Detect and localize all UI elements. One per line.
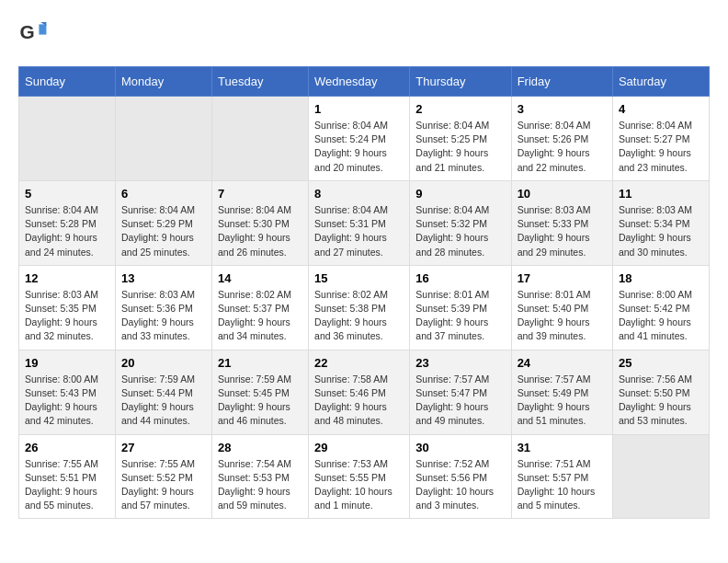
calendar-table: SundayMondayTuesdayWednesdayThursdayFrid… <box>18 66 710 519</box>
calendar-cell: 8Sunrise: 8:04 AM Sunset: 5:31 PM Daylig… <box>309 180 410 265</box>
calendar-week-4: 19Sunrise: 8:00 AM Sunset: 5:43 PM Dayli… <box>19 350 710 434</box>
calendar-cell: 30Sunrise: 7:52 AM Sunset: 5:56 PM Dayli… <box>410 434 511 519</box>
day-number: 30 <box>415 441 505 454</box>
calendar-cell: 2Sunrise: 8:04 AM Sunset: 5:25 PM Daylig… <box>410 97 511 181</box>
calendar-cell: 24Sunrise: 7:57 AM Sunset: 5:49 PM Dayli… <box>511 350 612 434</box>
calendar-cell: 14Sunrise: 8:02 AM Sunset: 5:37 PM Dayli… <box>212 265 309 350</box>
day-info: Sunrise: 7:55 AM Sunset: 5:52 PM Dayligh… <box>121 457 206 513</box>
day-number: 5 <box>25 187 109 201</box>
day-info: Sunrise: 7:53 AM Sunset: 5:55 PM Dayligh… <box>314 457 404 513</box>
svg-marker-1 <box>39 24 46 34</box>
calendar-cell: 27Sunrise: 7:55 AM Sunset: 5:52 PM Dayli… <box>116 434 212 519</box>
calendar-cell: 22Sunrise: 7:58 AM Sunset: 5:46 PM Dayli… <box>309 350 410 434</box>
day-number: 28 <box>218 441 302 454</box>
day-info: Sunrise: 8:04 AM Sunset: 5:28 PM Dayligh… <box>25 203 109 259</box>
day-number: 3 <box>518 102 607 116</box>
day-number: 16 <box>415 271 505 285</box>
day-info: Sunrise: 8:04 AM Sunset: 5:24 PM Dayligh… <box>314 119 404 175</box>
day-number: 26 <box>25 441 109 454</box>
calendar-cell: 16Sunrise: 8:01 AM Sunset: 5:39 PM Dayli… <box>410 265 511 350</box>
day-number: 29 <box>314 441 404 454</box>
day-info: Sunrise: 7:57 AM Sunset: 5:49 PM Dayligh… <box>518 373 607 429</box>
calendar-cell: 31Sunrise: 7:51 AM Sunset: 5:57 PM Dayli… <box>511 434 612 519</box>
day-info: Sunrise: 7:56 AM Sunset: 5:50 PM Dayligh… <box>619 373 703 429</box>
day-info: Sunrise: 7:58 AM Sunset: 5:46 PM Dayligh… <box>314 373 404 429</box>
day-info: Sunrise: 8:04 AM Sunset: 5:31 PM Dayligh… <box>314 203 404 259</box>
day-number: 14 <box>218 271 302 285</box>
day-number: 18 <box>619 271 703 285</box>
calendar-cell: 7Sunrise: 8:04 AM Sunset: 5:30 PM Daylig… <box>212 180 309 265</box>
day-info: Sunrise: 8:03 AM Sunset: 5:33 PM Dayligh… <box>518 203 607 259</box>
day-number: 8 <box>314 187 404 201</box>
day-number: 10 <box>518 187 607 201</box>
calendar-week-5: 26Sunrise: 7:55 AM Sunset: 5:51 PM Dayli… <box>19 434 710 519</box>
header-monday: Monday <box>116 67 212 97</box>
calendar-cell: 11Sunrise: 8:03 AM Sunset: 5:34 PM Dayli… <box>612 180 709 265</box>
header-wednesday: Wednesday <box>309 67 410 97</box>
calendar-cell: 15Sunrise: 8:02 AM Sunset: 5:38 PM Dayli… <box>309 265 410 350</box>
day-number: 31 <box>518 441 607 454</box>
day-number: 19 <box>25 356 109 370</box>
day-info: Sunrise: 7:59 AM Sunset: 5:44 PM Dayligh… <box>121 373 206 429</box>
calendar-cell: 21Sunrise: 7:59 AM Sunset: 5:45 PM Dayli… <box>212 350 309 434</box>
day-number: 12 <box>25 271 109 285</box>
day-number: 22 <box>314 356 404 370</box>
day-info: Sunrise: 7:59 AM Sunset: 5:45 PM Dayligh… <box>218 373 302 429</box>
day-number: 9 <box>415 187 505 201</box>
calendar-cell: 3Sunrise: 8:04 AM Sunset: 5:26 PM Daylig… <box>511 97 612 181</box>
day-number: 13 <box>121 271 206 285</box>
calendar-cell: 5Sunrise: 8:04 AM Sunset: 5:28 PM Daylig… <box>19 180 116 265</box>
day-info: Sunrise: 7:57 AM Sunset: 5:47 PM Dayligh… <box>415 373 505 429</box>
calendar-cell: 25Sunrise: 7:56 AM Sunset: 5:50 PM Dayli… <box>612 350 709 434</box>
calendar-week-1: 1Sunrise: 8:04 AM Sunset: 5:24 PM Daylig… <box>19 97 710 181</box>
day-number: 6 <box>121 187 206 201</box>
day-info: Sunrise: 7:52 AM Sunset: 5:56 PM Dayligh… <box>415 457 505 513</box>
logo: G <box>18 18 53 52</box>
calendar-cell <box>19 97 116 181</box>
day-info: Sunrise: 8:04 AM Sunset: 5:25 PM Dayligh… <box>415 119 505 175</box>
calendar-cell: 18Sunrise: 8:00 AM Sunset: 5:42 PM Dayli… <box>612 265 709 350</box>
calendar-cell: 28Sunrise: 7:54 AM Sunset: 5:53 PM Dayli… <box>212 434 309 519</box>
calendar-week-3: 12Sunrise: 8:03 AM Sunset: 5:35 PM Dayli… <box>19 265 710 350</box>
calendar-cell: 1Sunrise: 8:04 AM Sunset: 5:24 PM Daylig… <box>309 97 410 181</box>
day-info: Sunrise: 7:54 AM Sunset: 5:53 PM Dayligh… <box>218 457 302 513</box>
day-info: Sunrise: 8:00 AM Sunset: 5:43 PM Dayligh… <box>25 373 109 429</box>
calendar-week-2: 5Sunrise: 8:04 AM Sunset: 5:28 PM Daylig… <box>19 180 710 265</box>
calendar-cell <box>612 434 709 519</box>
calendar-cell: 20Sunrise: 7:59 AM Sunset: 5:44 PM Dayli… <box>116 350 212 434</box>
day-number: 20 <box>121 356 206 370</box>
header-thursday: Thursday <box>410 67 511 97</box>
calendar-cell <box>212 97 309 181</box>
calendar-cell: 23Sunrise: 7:57 AM Sunset: 5:47 PM Dayli… <box>410 350 511 434</box>
calendar-cell <box>116 97 212 181</box>
calendar-cell: 29Sunrise: 7:53 AM Sunset: 5:55 PM Dayli… <box>309 434 410 519</box>
calendar-cell: 10Sunrise: 8:03 AM Sunset: 5:33 PM Dayli… <box>511 180 612 265</box>
svg-text:G: G <box>20 21 35 42</box>
day-info: Sunrise: 8:00 AM Sunset: 5:42 PM Dayligh… <box>619 288 703 344</box>
day-number: 23 <box>415 356 505 370</box>
calendar-cell: 6Sunrise: 8:04 AM Sunset: 5:29 PM Daylig… <box>116 180 212 265</box>
day-number: 4 <box>619 102 703 116</box>
day-info: Sunrise: 8:04 AM Sunset: 5:30 PM Dayligh… <box>218 203 302 259</box>
logo-icon: G <box>18 18 48 52</box>
day-info: Sunrise: 8:01 AM Sunset: 5:40 PM Dayligh… <box>518 288 607 344</box>
day-info: Sunrise: 8:04 AM Sunset: 5:27 PM Dayligh… <box>619 119 703 175</box>
calendar-cell: 12Sunrise: 8:03 AM Sunset: 5:35 PM Dayli… <box>19 265 116 350</box>
calendar-header-row: SundayMondayTuesdayWednesdayThursdayFrid… <box>19 67 710 97</box>
header-friday: Friday <box>511 67 612 97</box>
day-info: Sunrise: 8:03 AM Sunset: 5:34 PM Dayligh… <box>619 203 703 259</box>
day-info: Sunrise: 8:03 AM Sunset: 5:35 PM Dayligh… <box>25 288 109 344</box>
day-number: 15 <box>314 271 404 285</box>
day-info: Sunrise: 8:03 AM Sunset: 5:36 PM Dayligh… <box>121 288 206 344</box>
day-info: Sunrise: 8:01 AM Sunset: 5:39 PM Dayligh… <box>415 288 505 344</box>
day-info: Sunrise: 7:51 AM Sunset: 5:57 PM Dayligh… <box>518 457 607 513</box>
calendar-cell: 9Sunrise: 8:04 AM Sunset: 5:32 PM Daylig… <box>410 180 511 265</box>
header-saturday: Saturday <box>612 67 709 97</box>
day-info: Sunrise: 8:04 AM Sunset: 5:29 PM Dayligh… <box>121 203 206 259</box>
day-info: Sunrise: 8:04 AM Sunset: 5:32 PM Dayligh… <box>415 203 505 259</box>
day-info: Sunrise: 8:02 AM Sunset: 5:38 PM Dayligh… <box>314 288 404 344</box>
day-number: 25 <box>619 356 703 370</box>
day-number: 17 <box>518 271 607 285</box>
day-number: 2 <box>415 102 505 116</box>
header-sunday: Sunday <box>19 67 116 97</box>
